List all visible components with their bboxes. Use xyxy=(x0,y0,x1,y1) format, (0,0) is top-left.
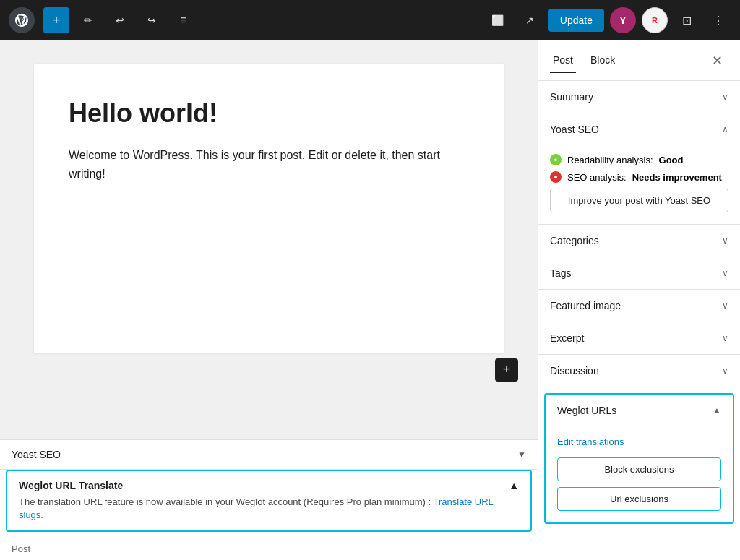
post-status-label: Post xyxy=(0,538,538,560)
view-button[interactable]: ⬜ xyxy=(485,7,511,33)
weglot-urls-sidebar-label: Weglot URLs xyxy=(557,405,616,416)
discussion-label: Discussion xyxy=(550,365,599,376)
wp-logo-icon xyxy=(14,13,29,27)
yoast-avatar[interactable]: Y xyxy=(610,7,636,33)
sidebar: Post Block ✕ Summary ∨ Yoast SEO ∧ ● Rea… xyxy=(538,40,740,560)
tab-block[interactable]: Block xyxy=(588,48,618,73)
post-title[interactable]: Hello world! xyxy=(69,98,469,129)
yoast-seo-body: ● Readability analysis: Good ● SEO analy… xyxy=(538,145,740,224)
tags-accordion-header[interactable]: Tags ∨ xyxy=(538,257,740,289)
sidebar-header: Post Block ✕ xyxy=(538,40,740,81)
excerpt-chevron-icon: ∨ xyxy=(722,333,728,343)
sidebar-close-button[interactable]: ✕ xyxy=(705,49,728,72)
seo-analysis-label: SEO analysis: xyxy=(567,172,627,183)
editor-canvas: Hello world! Welcome to WordPress. This … xyxy=(34,64,504,353)
accordion-tags: Tags ∨ xyxy=(538,257,740,290)
weglot-url-translate-label: Weglot URL Translate xyxy=(19,480,123,491)
accordion-excerpt: Excerpt ∨ xyxy=(538,322,740,355)
readability-value: Good xyxy=(659,155,684,165)
sidebar-toggle-button[interactable]: ⊡ xyxy=(674,7,700,33)
weglot-url-bar-chevron-icon: ▲ xyxy=(509,480,519,491)
editor-area: Hello world! Welcome to WordPress. This … xyxy=(0,40,538,560)
tags-label: Tags xyxy=(550,267,572,279)
summary-accordion-header[interactable]: Summary ∨ xyxy=(538,81,740,113)
discussion-accordion-header[interactable]: Discussion ∨ xyxy=(538,355,740,387)
categories-chevron-icon: ∨ xyxy=(722,236,728,246)
summary-label: Summary xyxy=(550,91,593,103)
accordion-discussion: Discussion ∨ xyxy=(538,355,740,387)
external-link-button[interactable]: ↗ xyxy=(517,7,543,33)
readability-label: Readability analysis: xyxy=(567,155,653,165)
weglot-urls-sidebar-section: Weglot URLs ▲ Edit translations Block ex… xyxy=(544,393,734,524)
options-button[interactable]: ⋮ xyxy=(705,7,731,33)
redo-button[interactable]: ↪ xyxy=(139,7,165,33)
undo-button[interactable]: ↩ xyxy=(107,7,133,33)
url-exclusions-button[interactable]: Url exclusions xyxy=(557,487,721,511)
yoast-bar-chevron-icon: ▼ xyxy=(517,449,526,460)
accordion-yoast-seo: Yoast SEO ∧ ● Readability analysis: Good… xyxy=(538,113,740,225)
tags-chevron-icon: ∨ xyxy=(722,268,728,278)
categories-label: Categories xyxy=(550,235,599,246)
excerpt-accordion-header[interactable]: Excerpt ∨ xyxy=(538,322,740,354)
update-button[interactable]: Update xyxy=(548,9,604,32)
featured-image-chevron-icon: ∨ xyxy=(722,301,728,311)
post-content[interactable]: Welcome to WordPress. This is your first… xyxy=(69,146,469,183)
seo-dot-icon: ● xyxy=(550,171,562,183)
accordion-categories: Categories ∨ xyxy=(538,225,740,257)
yoast-seo-bar[interactable]: Yoast SEO ▼ xyxy=(0,440,538,470)
bottom-bar: Yoast SEO ▼ Weglot URL Translate ▲ The t… xyxy=(0,439,538,560)
toolbar: + ✏ ↩ ↪ ≡ ⬜ ↗ Update Y R ⊡ ⋮ xyxy=(0,0,740,40)
tools-button[interactable]: ✏ xyxy=(75,7,101,33)
yoast-readability-row: ● Readability analysis: Good xyxy=(550,154,728,165)
rank-math-icon: R xyxy=(652,16,658,25)
yoast-seo-accordion-header[interactable]: Yoast SEO ∧ xyxy=(538,113,740,145)
list-view-button[interactable]: ≡ xyxy=(171,7,197,33)
weglot-url-desc: The translation URL feature is now avail… xyxy=(19,496,519,522)
seo-analysis-value: Needs improvement xyxy=(632,172,722,183)
weglot-url-translate-bar: Weglot URL Translate ▲ The translation U… xyxy=(6,470,532,532)
tab-post[interactable]: Post xyxy=(550,48,576,73)
wordpress-logo[interactable] xyxy=(9,7,35,33)
yoast-chevron-icon: ∧ xyxy=(722,124,728,134)
weglot-urls-sidebar-header[interactable]: Weglot URLs ▲ xyxy=(546,395,733,426)
rank-math-avatar[interactable]: R xyxy=(642,7,668,33)
summary-chevron-icon: ∨ xyxy=(722,92,728,102)
accordion-summary: Summary ∨ xyxy=(538,81,740,113)
weglot-urls-chevron-icon: ▲ xyxy=(713,405,721,415)
readability-dot-icon: ● xyxy=(550,154,562,165)
editor-canvas-wrapper: Hello world! Welcome to WordPress. This … xyxy=(0,40,538,439)
featured-image-accordion-header[interactable]: Featured image ∨ xyxy=(538,290,740,322)
add-block-button[interactable]: + xyxy=(43,7,69,33)
block-exclusions-button[interactable]: Block exclusions xyxy=(557,457,721,481)
yoast-seo-analysis-row: ● SEO analysis: Needs improvement xyxy=(550,171,728,183)
yoast-initial: Y xyxy=(619,14,626,26)
accordion-featured-image: Featured image ∨ xyxy=(538,290,740,322)
weglot-url-title-row: Weglot URL Translate ▲ xyxy=(19,480,519,491)
excerpt-label: Excerpt xyxy=(550,332,584,344)
inline-add-block-button[interactable]: + xyxy=(495,358,518,382)
yoast-improve-button[interactable]: Improve your post with Yoast SEO xyxy=(550,189,728,212)
main-layout: Hello world! Welcome to WordPress. This … xyxy=(0,40,740,560)
yoast-seo-label: Yoast SEO xyxy=(550,124,599,135)
weglot-url-desc-text: The translation URL feature is now avail… xyxy=(19,496,431,507)
categories-accordion-header[interactable]: Categories ∨ xyxy=(538,225,740,257)
yoast-seo-bar-title: Yoast SEO xyxy=(12,449,517,460)
edit-translations-link[interactable]: Edit translations xyxy=(557,432,721,452)
discussion-chevron-icon: ∨ xyxy=(722,366,728,376)
featured-image-label: Featured image xyxy=(550,300,621,311)
weglot-urls-sidebar-body: Edit translations Block exclusions Url e… xyxy=(546,426,733,522)
